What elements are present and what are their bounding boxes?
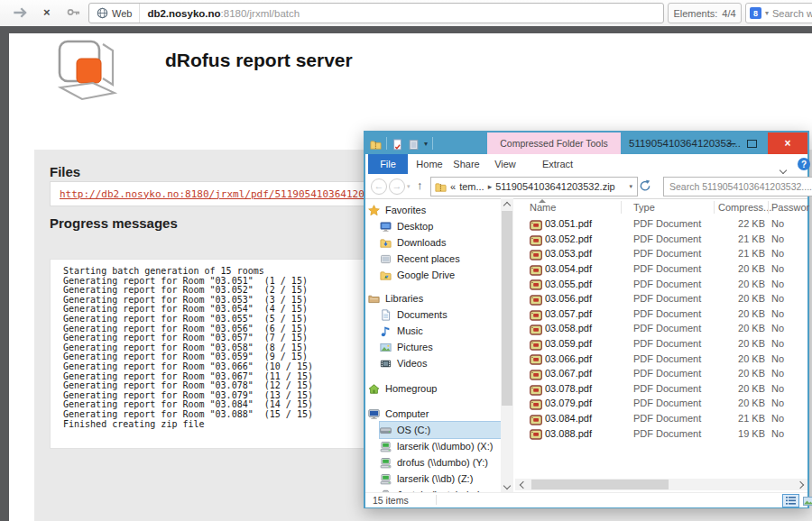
sidebar-item-drofus-dumbo-y[interactable]: drofus (\\dumbo) (Y:) <box>380 454 488 471</box>
video-icon <box>380 358 392 370</box>
column-header-type[interactable]: Type <box>633 198 655 216</box>
breadcrumb-parent[interactable]: tem... <box>459 181 484 192</box>
sidebar-item-music[interactable]: Music <box>380 323 423 339</box>
file-type: PDF Document <box>633 383 701 394</box>
sidebar-item-recent-places[interactable]: Recent places <box>380 251 460 267</box>
help-icon[interactable]: ? <box>798 158 810 170</box>
file-row-03-079-pdf[interactable]: 03.079.pdfPDF Document20 KBNo <box>515 396 807 411</box>
key-icon[interactable] <box>67 5 81 20</box>
search-engine-dropdown-icon[interactable]: ▾ <box>765 9 769 17</box>
sidebar-item-desktop[interactable]: Desktop <box>380 218 433 234</box>
window-titlebar[interactable]: ▾ Compressed Folder Tools 51190541036412… <box>365 133 807 154</box>
sidebar-item-label: drofus (\\dumbo) (Y:) <box>397 457 488 468</box>
sidebar-item-videos[interactable]: Videos <box>380 355 427 371</box>
file-row-03-078-pdf[interactable]: 03.078.pdfPDF Document20 KBNo <box>515 381 807 397</box>
sidebar-item-larserik-db-z[interactable]: larserik (\\db) (Z:) <box>380 471 473 487</box>
forward-button[interactable]: → <box>389 178 405 195</box>
file-name: 03.084.pdf <box>545 413 592 424</box>
forward-arrow-icon[interactable] <box>13 5 27 20</box>
file-row-03-088-pdf[interactable]: 03.088.pdfPDF Document19 KBNo <box>515 425 807 441</box>
file-name: 03.051.pdf <box>545 218 592 229</box>
explorer-search-box[interactable]: Search 5119054103641203532.... <box>663 177 812 197</box>
site-identity-badge[interactable]: Web <box>89 4 140 23</box>
doc-copy-icon[interactable] <box>408 138 420 150</box>
url-text: db2.nosyko.no:8180/jrxml/batch <box>140 8 300 19</box>
sidebar-item-favorites[interactable]: Favorites <box>368 202 426 218</box>
column-header-compressed-size[interactable]: Compress... <box>718 198 771 216</box>
thumbnails-view-button[interactable] <box>799 494 812 507</box>
file-row-03-084-pdf[interactable]: 03.084.pdfPDF Document21 KBNo <box>515 411 807 426</box>
elements-counter[interactable]: Elements: 4/4 <box>668 3 742 23</box>
file-row-03-066-pdf[interactable]: 03.066.pdfPDF Document20 KBNo <box>515 351 807 366</box>
qat-dropdown-icon[interactable]: ▾ <box>424 140 428 148</box>
file-row-03-058-pdf[interactable]: 03.058.pdfPDF Document20 KBNo <box>515 321 807 336</box>
tab-file[interactable]: File <box>368 154 408 174</box>
breadcrumb-dropdown-icon[interactable]: ▾ <box>629 183 637 190</box>
file-row-03-059-pdf[interactable]: 03.059.pdfPDF Document20 KBNo <box>515 336 807 352</box>
sidebar-item-pictures[interactable]: Pictures <box>380 339 433 355</box>
tab-home[interactable]: Home <box>412 154 447 174</box>
hard-drive-icon <box>380 425 392 436</box>
address-bar[interactable]: Web db2.nosyko.no:8180/jrxml/batch <box>88 3 664 23</box>
sidebar-item-homegroup[interactable]: Homegroup <box>368 380 437 397</box>
scrollbar-thumb[interactable] <box>502 211 512 406</box>
file-row-03-055-pdf[interactable]: 03.055.pdfPDF Document20 KBNo <box>515 276 807 291</box>
minimize-button[interactable]: – <box>723 133 741 154</box>
zip-folder-icon[interactable] <box>370 138 382 150</box>
file-row-03-051-pdf[interactable]: 03.051.pdfPDF Document22 KBNo <box>515 216 807 232</box>
refresh-icon[interactable] <box>639 179 651 192</box>
sidebar-item-downloads[interactable]: Downloads <box>380 234 446 251</box>
file-row-03-057-pdf[interactable]: 03.057.pdfPDF Document20 KBNo <box>515 306 807 322</box>
file-row-03-054-pdf[interactable]: 03.054.pdfPDF Document20 KBNo <box>515 261 807 277</box>
file-type: PDF Document <box>633 233 701 244</box>
scroll-right-icon[interactable] <box>795 479 807 490</box>
breadcrumb-bar[interactable]: « tem... ▸ 5119054103641203532.zip ▾ <box>430 177 638 197</box>
context-ribbon-tab[interactable]: Compressed Folder Tools <box>487 133 621 154</box>
scrollbar-thumb[interactable] <box>531 480 669 489</box>
item-count: 15 items <box>373 495 409 506</box>
details-view-button[interactable] <box>782 494 799 507</box>
back-button[interactable]: ← <box>371 178 387 195</box>
column-header-name[interactable]: Name <box>530 198 556 216</box>
sidebar-item-google-drive[interactable]: Google Drive <box>380 267 455 283</box>
file-compressed-size: 20 KB <box>714 353 765 364</box>
sidebar-item-libraries[interactable]: Libraries <box>368 290 423 306</box>
page-title: dRofus report server <box>165 50 353 71</box>
file-password-protected: No <box>771 293 784 304</box>
file-row-03-056-pdf[interactable]: 03.056.pdfPDF Document20 KBNo <box>515 291 807 306</box>
file-row-03-053-pdf[interactable]: 03.053.pdfPDF Document21 KBNo <box>515 246 807 261</box>
address-toolbar: ← → ▾ ↑ « tem... ▸ 5119054103641203532.z… <box>365 174 807 199</box>
breadcrumb-collapsed[interactable]: « <box>450 181 456 192</box>
toolbar-separator <box>386 137 387 150</box>
zip-download-link[interactable]: http://db2.nosyko.no:8180/jrxml/pdf/5119… <box>51 188 412 200</box>
up-button[interactable]: ↑ <box>417 178 423 192</box>
breadcrumb-current[interactable]: 5119054103641203532.zip <box>495 181 615 192</box>
tab-extract[interactable]: Extract <box>534 154 581 174</box>
column-header-password[interactable]: Passwor <box>771 198 809 216</box>
maximize-button[interactable] <box>743 133 761 154</box>
doc-check-icon[interactable] <box>392 138 403 150</box>
browser-search-box[interactable]: 8 ▾ Search with G <box>745 3 812 23</box>
scroll-down-icon[interactable] <box>501 481 513 492</box>
sidebar-item-documents[interactable]: Documents <box>380 306 448 323</box>
file-row-03-052-pdf[interactable]: 03.052.pdfPDF Document21 KBNo <box>515 232 807 247</box>
quick-access-toolbar: ▾ <box>370 133 433 154</box>
horizontal-scrollbar[interactable] <box>515 479 807 490</box>
sidebar-item-larserik-dumbo-x[interactable]: larserik (\\dumbo) (X:) <box>380 438 493 454</box>
file-row-03-067-pdf[interactable]: 03.067.pdfPDF Document20 KBNo <box>515 366 807 381</box>
sidebar-item-os-c[interactable]: OS (C:) <box>380 422 501 438</box>
tab-share[interactable]: Share <box>448 154 484 174</box>
breadcrumb-separator-icon[interactable]: ▸ <box>488 182 493 191</box>
pdf-file-icon <box>530 308 542 319</box>
sidebar-scrollbar[interactable] <box>501 198 513 492</box>
pdf-file-icon <box>530 218 542 229</box>
sidebar-item-computer[interactable]: Computer <box>368 406 429 422</box>
tab-view[interactable]: View <box>488 154 522 174</box>
scroll-left-icon[interactable] <box>515 479 528 490</box>
file-name: 03.066.pdf <box>545 353 592 364</box>
file-compressed-size: 20 KB <box>714 323 765 334</box>
stop-button[interactable]: × <box>43 5 51 19</box>
close-button[interactable]: × <box>768 133 807 154</box>
scroll-up-icon[interactable] <box>501 198 513 209</box>
history-dropdown-icon[interactable]: ▾ <box>407 183 411 190</box>
